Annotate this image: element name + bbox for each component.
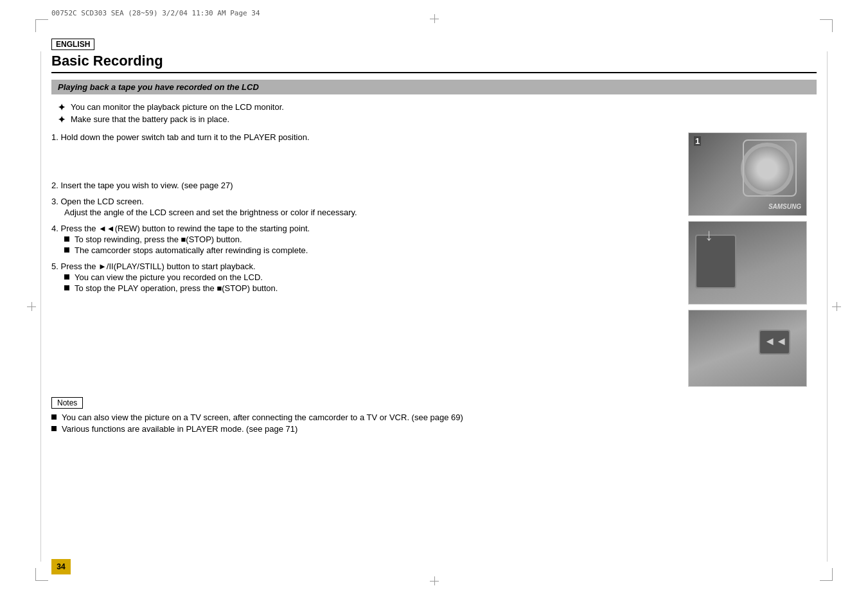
step-4-content: Press the ◄◄(REW) button to rewind the t…: [60, 224, 310, 233]
note-bullet-icon-1: [51, 414, 57, 420]
cross-bullet-text-1: You can monitor the playback picture on …: [71, 102, 284, 112]
vline-right: [827, 51, 828, 562]
english-badge: ENGLISH: [51, 39, 94, 50]
note-item-2: Various functions are available in PLAYE…: [51, 424, 817, 434]
step-1: 1. Hold down the power switch tab and tu…: [51, 132, 675, 142]
cross-bullets-section: ✦ You can monitor the playback picture o…: [51, 102, 817, 125]
cross-symbol-2: ✦: [58, 114, 66, 125]
step-4-bullet-1: To stop rewinding, press the ■(STOP) but…: [64, 235, 675, 244]
step-3-subtext: Adjust the angle of the LCD screen and s…: [64, 208, 675, 217]
cross-bullet-2: ✦ Make sure that the battery pack is in …: [58, 114, 817, 125]
notes-badge: Notes: [51, 397, 83, 409]
step-2-text: 2. Insert the tape you wish to view. (se…: [51, 181, 675, 190]
main-content: ENGLISH Basic Recording Playing back a t…: [51, 39, 817, 562]
step-3-number: 3.: [51, 197, 60, 206]
crosshair-left: [27, 302, 36, 311]
step-2-content: Insert the tape you wish to view. (see p…: [60, 181, 233, 190]
step-5-text: 5. Press the ►/II(PLAY/STILL) button to …: [51, 262, 675, 271]
step-5-bullet-1: You can view the picture you recorded on…: [64, 272, 675, 282]
arrow-down-icon: ↓: [705, 225, 713, 245]
step-5-content: Press the ►/II(PLAY/STILL) button to sta…: [60, 262, 255, 271]
subtitle-bar: Playing back a tape you have recorded on…: [51, 80, 817, 94]
step-5-number: 5.: [51, 262, 60, 271]
bullet-sq-icon-5-2: [64, 285, 69, 290]
note-item-1: You can also view the picture on a TV sc…: [51, 413, 817, 422]
step-2: 2. Insert the tape you wish to view. (se…: [51, 181, 675, 190]
notes-section: Notes You can also view the picture on a…: [51, 397, 817, 434]
corner-mark-bl: [35, 568, 48, 581]
cam-image-2-visual: ↓: [689, 222, 806, 304]
images-column: 1 SAMSUNG 2 ↓ 4: [688, 132, 817, 387]
image-1: 1 SAMSUNG: [688, 132, 807, 216]
step-4-bullet-2: The camcorder stops automatically after …: [64, 245, 675, 255]
bullet-sq-icon-4-1: [64, 236, 69, 242]
page-number: 34: [51, 559, 71, 574]
cross-bullet-text-2: Make sure that the battery pack is in pl…: [71, 114, 229, 124]
step-1-content: Hold down the power switch tab and turn …: [60, 132, 309, 142]
step-1-text: 1. Hold down the power switch tab and tu…: [51, 132, 675, 142]
cross-bullet-1: ✦ You can monitor the playback picture o…: [58, 102, 817, 112]
step-1-number: 1.: [51, 132, 60, 142]
steps-section: 1. Hold down the power switch tab and tu…: [51, 132, 817, 387]
step-5-bullet-2-text: To stop the PLAY operation, press the ■(…: [75, 283, 278, 293]
bullet-sq-icon-5-1: [64, 274, 69, 280]
crosshair-top: [430, 14, 439, 23]
step-2-number: 2.: [51, 181, 60, 190]
bullet-sq-icon-4-2: [64, 247, 69, 253]
corner-mark-tl: [35, 19, 48, 32]
step-5: 5. Press the ►/II(PLAY/STILL) button to …: [51, 262, 675, 293]
step-5-bullet-1-text: You can view the picture you recorded on…: [75, 272, 263, 282]
crosshair-right: [832, 302, 841, 311]
page-title: Basic Recording: [51, 53, 817, 73]
cam-image-4-visual: [689, 310, 806, 386]
crosshair-bottom: [430, 576, 439, 585]
step-4-bullet-1-text: To stop rewinding, press the ■(STOP) but…: [75, 235, 242, 244]
corner-mark-br: [820, 568, 833, 581]
cam-image-1-visual: SAMSUNG: [689, 133, 806, 215]
step-3-text: 3. Open the LCD screen.: [51, 197, 675, 206]
step-4-bullet-2-text: The camcorder stops automatically after …: [75, 245, 308, 255]
step-4: 4. Press the ◄◄(REW) button to rewind th…: [51, 224, 675, 255]
cross-symbol-1: ✦: [58, 102, 66, 112]
step-5-bullet-2: To stop the PLAY operation, press the ■(…: [64, 283, 675, 293]
vline-left: [40, 51, 41, 562]
step-3-content: Open the LCD screen.: [60, 197, 143, 206]
step-3: 3. Open the LCD screen. Adjust the angle…: [51, 197, 675, 217]
image-2: 2 ↓: [688, 221, 807, 305]
step-4-number: 4.: [51, 224, 60, 233]
corner-mark-tr: [820, 19, 833, 32]
image-4: 4: [688, 310, 807, 387]
note-bullet-icon-2: [51, 426, 57, 431]
note-text-2: Various functions are available in PLAYE…: [62, 424, 297, 434]
note-text-1: You can also view the picture on a TV sc…: [62, 413, 463, 422]
step-4-text: 4. Press the ◄◄(REW) button to rewind th…: [51, 224, 675, 233]
brand-label-1: SAMSUNG: [768, 203, 801, 210]
steps-left: 1. Hold down the power switch tab and tu…: [51, 132, 688, 387]
file-header: 00752C SCD303 SEA (28~59) 3/2/04 11:30 A…: [51, 9, 260, 17]
